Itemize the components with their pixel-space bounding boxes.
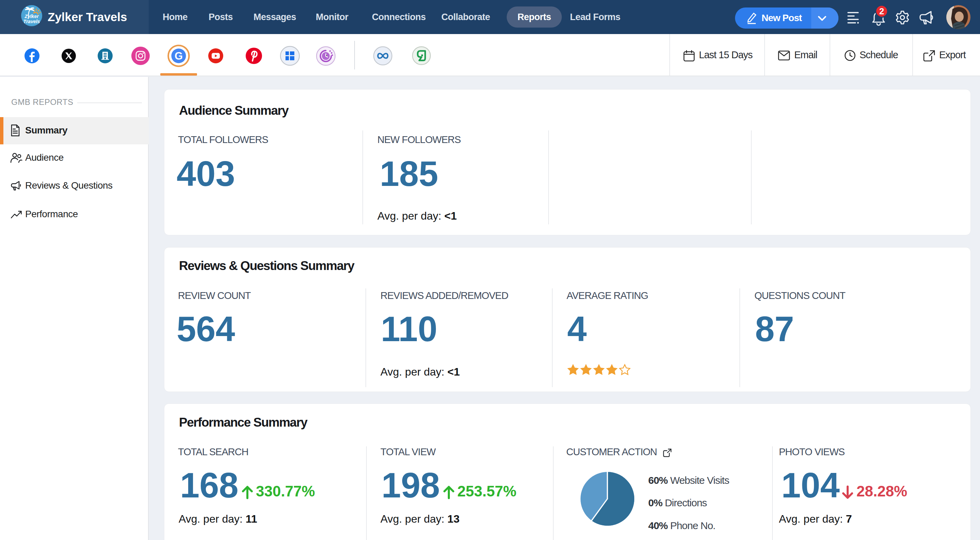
svg-text:Travels: Travels xyxy=(24,19,40,24)
svg-text:G: G xyxy=(175,50,183,62)
svg-text:Zylker: Zylker xyxy=(24,14,39,19)
